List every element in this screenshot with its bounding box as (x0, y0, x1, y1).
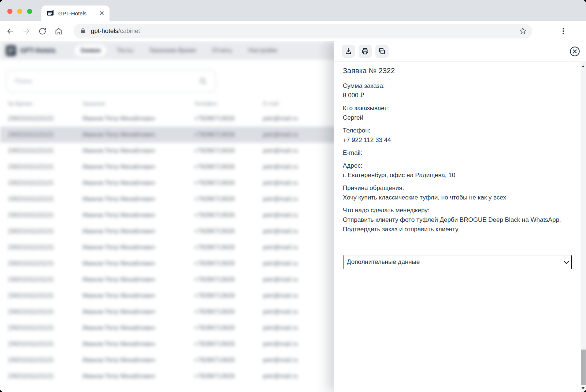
app-nav: ЗаявкиТестыЗаказчики ВремяОтчетыНастройк… (75, 45, 283, 56)
search-placeholder: Поиск (15, 78, 199, 85)
field-value: +7 922 112 33 44 (343, 135, 572, 145)
nav-item[interactable]: Тесты (111, 45, 139, 56)
table-cell: petr@mail.ru (263, 309, 328, 315)
request-detail-panel: Заявка № 2322 Сумма заказа:8 000 ₽Кто за… (334, 41, 586, 392)
table-cell: Иванов Петр Михайлович (82, 309, 194, 315)
copy-button[interactable] (375, 45, 389, 58)
table-header-cell: Заказчик (82, 100, 194, 107)
table-cell: petr@mail.ru (263, 260, 328, 267)
table-cell: +79286713626 (194, 292, 263, 299)
table-cell: 23021011121121 (8, 180, 82, 186)
field-value: Отправить клиенту фото туфлей Дерби BROG… (343, 215, 572, 234)
table-cell: Иванов Петр Михайлович (82, 373, 194, 380)
table-cell: Иванов Петр Михайлович (82, 164, 194, 170)
field-value: 8 000 ₽ (343, 91, 572, 100)
table-cell: Иванов Петр Михайлович (82, 180, 194, 186)
table-cell: petr@mail.ru (263, 164, 328, 170)
close-circle-icon (569, 46, 581, 57)
table-cell: +79286713626 (194, 196, 263, 202)
table-cell: Иванов Петр Михайлович (82, 325, 194, 331)
table-cell: Иванов Петр Михайлович (82, 212, 194, 219)
field-label: Причина обращения: (343, 183, 572, 193)
print-button[interactable] (359, 45, 372, 58)
browser-tab[interactable]: GPT-Hotels ✕ (41, 5, 110, 21)
table-cell: Иванов Петр Михайлович (82, 228, 194, 235)
table-cell: petr@mail.ru (263, 373, 328, 380)
scroll-down-icon[interactable] (582, 387, 585, 389)
table-cell: +79286713626 (194, 373, 263, 380)
field-label: Адрес: (343, 161, 572, 171)
table-cell: 23021011121121 (8, 115, 82, 122)
table-cell: petr@mail.ru (263, 131, 328, 138)
favicon-icon (47, 9, 55, 17)
scrollbar-thumb[interactable] (581, 350, 586, 385)
additional-data-accordion[interactable]: Дополнительные данные (343, 255, 572, 269)
home-icon[interactable] (54, 27, 63, 36)
back-icon[interactable] (6, 27, 15, 36)
table-cell: +79286713626 (194, 228, 263, 235)
url-host: gpt-hotels (91, 27, 118, 34)
table-cell: petr@mail.ru (263, 212, 328, 219)
nav-item[interactable]: Заявки (75, 45, 106, 56)
chevron-down-icon (562, 258, 571, 266)
scroll-up-icon[interactable] (582, 65, 585, 67)
field-group: Кто заказывает:Сергей (343, 104, 572, 123)
panel-scrollbar[interactable] (581, 62, 586, 392)
table-cell: Иванов Петр Михайлович (82, 131, 194, 138)
table-cell: petr@mail.ru (263, 228, 328, 235)
accordion-label: Дополнительные данные (347, 258, 420, 266)
table-cell: 23021011121121 (8, 164, 82, 170)
table-cell: +79286713626 (194, 357, 263, 363)
bookmark-star-icon[interactable] (519, 27, 527, 35)
table-cell: +79286713626 (194, 131, 263, 138)
table-cell: +79286713626 (194, 180, 263, 186)
field-label: Кто заказывает: (343, 104, 572, 113)
tab-strip: GPT-Hotels ✕ (0, 0, 586, 21)
table-cell: 23021011121121 (8, 131, 82, 138)
tab-title: GPT-Hotels (58, 10, 99, 16)
table-cell: 23021011121121 (8, 276, 82, 283)
table-cell: petr@mail.ru (263, 115, 328, 122)
minimize-window-button[interactable] (17, 9, 22, 14)
browser-menu-icon[interactable] (559, 27, 568, 36)
download-icon (344, 47, 352, 55)
app-logo-text: GPT-Hotels (20, 47, 56, 55)
reload-icon[interactable] (38, 27, 47, 36)
table-cell: +79286713626 (194, 341, 263, 347)
forward-icon (22, 27, 31, 36)
field-group: Что надо сделать менеджеру:Отправить кли… (343, 206, 572, 234)
field-value: г. Екатеринбург, офис на Радищева, 10 (343, 171, 572, 180)
table-cell: +79286713626 (194, 164, 263, 170)
table-cell: petr@mail.ru (263, 357, 328, 363)
table-cell: petr@mail.ru (263, 196, 328, 202)
table-cell: petr@mail.ru (263, 244, 328, 251)
search-input[interactable]: Поиск (6, 70, 216, 93)
table-cell: +79286713626 (194, 244, 263, 251)
field-label: Сумма заказа: (343, 81, 572, 91)
close-window-button[interactable] (7, 9, 12, 14)
table-cell: Иванов Петр Михайлович (82, 357, 194, 363)
table-cell: +79286713626 (194, 212, 263, 219)
table-cell: +79286713626 (194, 148, 263, 154)
close-panel-button[interactable] (569, 45, 581, 57)
field-group: Сумма заказа:8 000 ₽ (343, 81, 572, 100)
table-header-cell: Телефон (194, 100, 263, 107)
nav-item[interactable]: Заказчики Время (144, 45, 201, 56)
download-button[interactable] (342, 45, 355, 58)
table-cell: Иванов Петр Михайлович (82, 115, 194, 122)
nav-item[interactable]: Настройки (243, 45, 282, 56)
nav-item[interactable]: Отчеты (207, 45, 238, 56)
zoom-window-button[interactable] (27, 9, 32, 14)
table-cell: 23021011121121 (8, 244, 82, 251)
field-value: Сергей (343, 113, 572, 123)
table-cell: petr@mail.ru (263, 325, 328, 331)
table-cell: Иванов Петр Михайлович (82, 260, 194, 267)
page-content: GPT-Hotels ЗаявкиТестыЗаказчики ВремяОтч… (0, 41, 586, 392)
tab-close-icon[interactable]: ✕ (99, 10, 105, 17)
table-cell: petr@mail.ru (263, 180, 328, 186)
field-group: Причина обращения:Хочу купить классическ… (343, 183, 572, 202)
table-cell: 23021011121121 (8, 212, 82, 219)
search-icon (199, 77, 207, 86)
address-bar[interactable]: gpt-hotels/cabinet (74, 24, 532, 38)
field-label: E-mail: (343, 148, 572, 158)
